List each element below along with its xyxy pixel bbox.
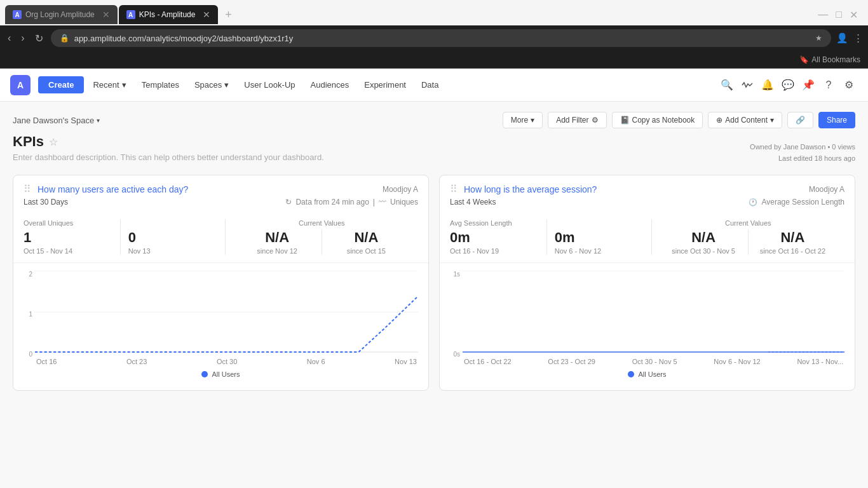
bookmarks-label: All Bookmarks — [811, 55, 860, 64]
card2-x-labels: Oct 16 - Oct 22 Oct 23 - Oct 29 Oct 30 -… — [463, 358, 844, 365]
create-button[interactable]: Create — [38, 76, 84, 93]
minimize-button[interactable]: — — [818, 9, 828, 20]
tab2-favicon: A — [126, 10, 135, 19]
link-button[interactable]: 🔗 — [787, 112, 813, 128]
card2-avg-period: Oct 16 - Nov 19 — [450, 247, 539, 255]
help-icon[interactable]: ? — [820, 76, 837, 94]
card2-cv2-period: since Oct 16 - Oct 22 — [754, 247, 832, 255]
card1-x-labels: Oct 16 Oct 23 Oct 30 Nov 6 Nov 13 — [35, 358, 418, 365]
cards-row: ⠿ How many users are active each day? Mo… — [13, 175, 855, 391]
card1-legend-label: All Users — [212, 370, 240, 378]
card1-chart: Oct 16 Oct 23 Oct 30 Nov 6 Nov 13 — [35, 271, 418, 369]
search-icon[interactable]: 🔍 — [718, 76, 736, 94]
card2-val1: N/A since Oct 30 - Nov 5 — [660, 229, 749, 255]
back-button[interactable]: ‹ — [5, 31, 13, 45]
card1-nov13-stat: 0 Nov 13 — [121, 219, 226, 255]
app-container: A Create Recent ▾ Templates Spaces ▾ Use… — [0, 69, 868, 488]
tab1-close[interactable]: ✕ — [102, 10, 110, 19]
card-active-users: ⠿ How many users are active each day? Mo… — [13, 175, 429, 391]
card2-period: Last 4 Weeks — [450, 198, 496, 207]
card2-chart: Oct 16 - Oct 22 Oct 23 - Oct 29 Oct 30 -… — [463, 271, 844, 369]
activity-icon[interactable] — [738, 76, 756, 94]
pin-icon[interactable]: 📌 — [799, 76, 817, 94]
card2-stats: Avg Session Length 0m Oct 16 - Nov 19 0m… — [440, 212, 855, 263]
card1-cv1-value: N/A — [238, 229, 316, 246]
card1-nov13-label: Nov 13 — [128, 247, 217, 255]
copy-as-notebook-button[interactable]: 📓 Copy as Notebook — [612, 112, 703, 128]
card2-nov-spacer — [555, 219, 644, 227]
tab1-label: Org Login Amplitude — [25, 10, 95, 19]
space-name: Jane Dawson's Space — [13, 116, 94, 125]
card1-overall-period: Oct 15 - Nov 14 — [24, 247, 112, 255]
nav-item-audiences[interactable]: Audiences — [304, 76, 356, 93]
add-filter-button[interactable]: Add Filter ⚙ — [548, 112, 606, 128]
tab1-favicon: A — [13, 10, 22, 19]
amplitude-logo: A — [10, 75, 31, 95]
tab-bar: A Org Login Amplitude ✕ A KPIs - Amplitu… — [0, 0, 868, 25]
address-icons: 👤 ⋮ — [836, 32, 863, 44]
drag-handle-icon[interactable]: ⠿ — [24, 183, 31, 195]
nav-item-recent[interactable]: Recent ▾ — [86, 76, 132, 93]
card1-cv2-period: since Oct 15 — [327, 247, 405, 255]
tab-org-login[interactable]: A Org Login Amplitude ✕ — [5, 5, 118, 24]
card2-header: ⠿ How long is the average session? Moodj… — [440, 175, 855, 212]
card2-current-values: Current Values N/A since Oct 30 - Nov 5 … — [652, 219, 845, 255]
card1-nov13-value: 0 — [128, 229, 217, 246]
space-caret-icon: ▾ — [97, 117, 100, 124]
add-content-button[interactable]: ⊕ Add Content ▾ — [708, 112, 782, 128]
card1-cv2-value: N/A — [327, 229, 405, 246]
card-session-length: ⠿ How long is the average session? Moodj… — [439, 175, 855, 391]
card2-nov-stat: 0m Nov 6 - Nov 12 — [547, 219, 652, 255]
nav-item-data[interactable]: Data — [415, 76, 445, 93]
tab-kpis[interactable]: A KPIs - Amplitude ✕ — [119, 5, 219, 24]
card1-val2: N/A since Oct 15 — [322, 229, 410, 255]
card1-nov13-spacer — [128, 219, 217, 227]
nav-item-templates[interactable]: Templates — [135, 76, 186, 93]
card1-current-header: Current Values — [233, 219, 411, 227]
close-window-button[interactable]: ✕ — [850, 9, 858, 21]
card1-title[interactable]: How many users are active each day? — [37, 184, 188, 194]
nav-item-spaces[interactable]: Spaces ▾ — [188, 76, 235, 93]
space-selector[interactable]: Jane Dawson's Space ▾ — [13, 116, 100, 125]
forward-button[interactable]: › — [18, 31, 27, 45]
card1-legend-dot — [201, 371, 208, 377]
address-bar-row: ‹ › ↻ 🔒 app.amplitude.com/analytics/mood… — [0, 25, 868, 51]
address-text: app.amplitude.com/analytics/moodjoy2/das… — [74, 34, 810, 43]
dashboard-description[interactable]: Enter dashboard description. This can he… — [13, 152, 745, 162]
nav-item-experiment[interactable]: Experiment — [358, 76, 412, 93]
settings-icon[interactable]: ⚙ — [840, 76, 858, 94]
card2-avg-stat: Avg Session Length 0m Oct 16 - Nov 19 — [450, 219, 547, 255]
chat-icon[interactable]: 💬 — [779, 76, 797, 94]
card2-avg-value: 0m — [450, 229, 539, 246]
card2-avg-label: Avg Session Length — [450, 219, 539, 227]
dashboard: Jane Dawson's Space ▾ More ▾ Add Filter … — [0, 102, 868, 488]
card1-legend: All Users — [24, 370, 418, 378]
refresh-icon: ↻ — [285, 198, 292, 207]
card2-title[interactable]: How long is the average session? — [464, 184, 597, 194]
reload-button[interactable]: ↻ — [32, 31, 46, 46]
dashboard-meta: Owned by Jane Dawson • 0 views Last edit… — [750, 142, 855, 164]
card1-cv1-period: since Nov 12 — [238, 247, 316, 255]
dashboard-title: KPIs — [13, 133, 44, 150]
card1-source: Moodjoy A — [383, 185, 418, 194]
bell-icon[interactable]: 🔔 — [759, 76, 776, 94]
share-button[interactable]: Share — [818, 112, 855, 128]
card1-overall-value: 1 — [24, 229, 112, 246]
card2-cv1-value: N/A — [665, 229, 743, 246]
add-content-plus-icon: ⊕ — [716, 116, 722, 125]
card1-overall-label: Overall Uniques — [24, 219, 112, 227]
nav-item-user-lookup[interactable]: User Look-Up — [238, 76, 301, 93]
tab2-label: KPIs - Amplitude — [139, 10, 196, 19]
card2-current-header: Current Values — [660, 219, 837, 227]
card2-source: Moodjoy A — [809, 185, 844, 194]
favorite-star-icon[interactable]: ☆ — [49, 136, 58, 148]
notebook-icon: 📓 — [620, 116, 630, 125]
more-button[interactable]: More ▾ — [503, 112, 543, 128]
new-tab-button[interactable]: + — [219, 6, 237, 24]
filter-icon: ⚙ — [592, 116, 599, 125]
tab2-close[interactable]: ✕ — [203, 10, 210, 19]
card2-drag-handle-icon[interactable]: ⠿ — [450, 183, 458, 195]
maximize-button[interactable]: □ — [836, 9, 842, 20]
window-controls: — □ ✕ — [818, 9, 863, 21]
address-bar[interactable]: 🔒 app.amplitude.com/analytics/moodjoy2/d… — [51, 29, 831, 47]
